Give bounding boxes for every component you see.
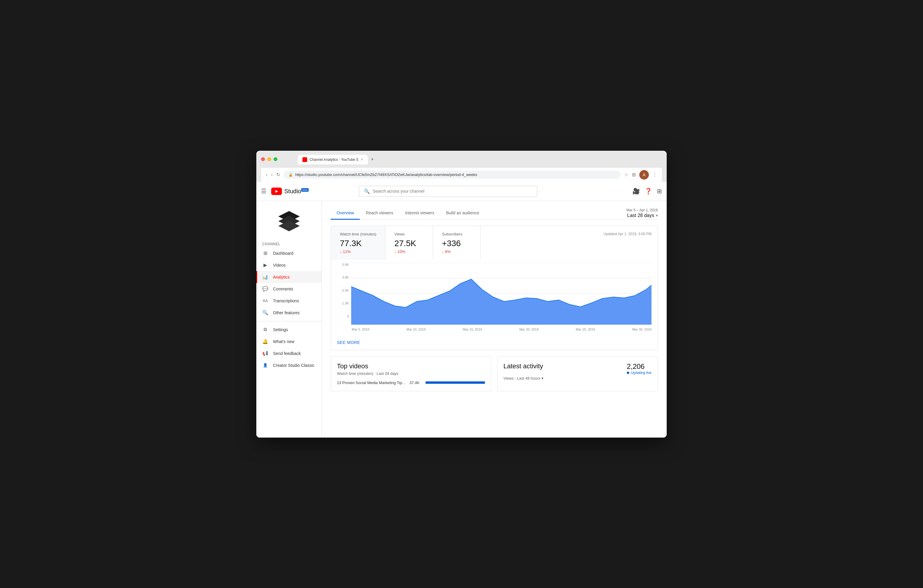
app-container: ☰ Studiobeta 🔍 🎥 ❓ ⊞ <box>256 182 667 438</box>
sidebar-item-other[interactable]: 🔍 Other features <box>256 307 322 319</box>
lock-icon: 🔒 <box>288 173 293 177</box>
tab-reach-viewers[interactable]: Reach viewers <box>360 207 399 220</box>
sidebar-item-creator-classic[interactable]: 👤 Creator Studio Classic <box>256 360 322 371</box>
stat-card-views[interactable]: Views 27.5K ↓ 10% <box>385 226 433 260</box>
y-label-2_5k: 2.5K <box>342 289 349 292</box>
browser-tab-active[interactable]: Channel Analytics - YouTube S ✕ <box>298 155 368 164</box>
see-more-row: SEE MORE <box>331 334 657 350</box>
top-videos-card: Top videos Watch time (minutes) · Last 2… <box>331 356 491 391</box>
tab-interest-viewers[interactable]: Interest viewers <box>399 207 440 220</box>
sidebar-label-creator-classic: Creator Studio Classic <box>273 363 314 368</box>
sidebar-item-comments[interactable]: 💬 Comments <box>256 283 322 295</box>
help-icon[interactable]: ❓ <box>645 187 652 195</box>
content-area: Overview Reach viewers Interest viewers … <box>322 201 667 438</box>
latest-activity-title: Latest activity <box>503 362 543 370</box>
chart-wrapper: 5.0K 3.8K 2.5K 1.3K 0 <box>331 260 657 334</box>
other-icon: 🔍 <box>262 310 268 316</box>
x-label-mar5: Mar 5, 2019 <box>352 328 370 331</box>
bookmark-icon[interactable]: ☆ <box>624 172 628 177</box>
tab-interest-label: Interest viewers <box>405 210 434 215</box>
sidebar-item-dashboard[interactable]: ⊞ Dashboard <box>256 247 322 259</box>
tab-title: Channel Analytics - YouTube S <box>310 158 358 162</box>
live-badge: Updating live <box>627 371 652 375</box>
sidebar-label-comments: Comments <box>273 287 293 291</box>
back-button[interactable]: ‹ <box>266 172 267 177</box>
studio-label: Studiobeta <box>284 188 309 195</box>
date-range-text: Mar 5 – Apr 1, 2019 <box>627 208 658 212</box>
stats-chart-container: Watch time (minutes) 77.3K ↓ 11% Views 2… <box>331 226 658 350</box>
views-period-text: Views · Last 48 hours <box>503 376 540 381</box>
x-label-mar15: Mar 15, 2019 <box>463 328 482 331</box>
transcriptions-icon: XA <box>262 298 268 304</box>
sidebar-label-settings: Settings <box>273 327 288 332</box>
browser-window: Channel Analytics - YouTube S ✕ + ‹ › ↻ … <box>256 151 667 438</box>
dashboard-icon: ⊞ <box>262 250 268 256</box>
channel-avatar <box>256 201 322 240</box>
sidebar-label-dashboard: Dashboard <box>273 251 294 256</box>
sidebar-item-videos[interactable]: ▶ Videos <box>256 259 322 271</box>
x-label-mar20: Mar 20, 2019 <box>519 328 539 331</box>
address-bar[interactable]: 🔒 https://studio.youtube.com/channel/UCf… <box>284 171 621 179</box>
browser-avatar[interactable]: A <box>639 170 649 179</box>
channel-section-label: Channel <box>256 240 322 247</box>
sidebar-item-transcriptions[interactable]: XA Transcriptions <box>256 295 322 307</box>
sidebar-item-analytics[interactable]: 📊 Analytics <box>256 271 322 283</box>
hamburger-menu-button[interactable]: ☰ <box>261 187 266 195</box>
layers-icon[interactable]: ⊞ <box>632 172 636 177</box>
sidebar-item-send-feedback[interactable]: 📢 Send feedback <box>256 348 322 360</box>
video-bar <box>425 381 485 384</box>
stat-card-subscribers[interactable]: Subscribers +336 ↓ 6% <box>433 226 481 260</box>
search-input[interactable] <box>373 189 532 194</box>
videos-icon: ▶ <box>262 262 268 268</box>
channel-logo <box>277 210 301 234</box>
layers-nav-icon[interactable]: ⊞ <box>657 187 662 195</box>
tab-overview-label: Overview <box>337 210 354 215</box>
create-video-icon[interactable]: 🎥 <box>632 187 640 195</box>
live-dot <box>627 371 629 374</box>
x-label-mar10: Mar 10, 2019 <box>406 328 426 331</box>
views-period[interactable]: Views · Last 48 hours ▾ <box>503 376 652 381</box>
sidebar-label-analytics: Analytics <box>273 275 290 279</box>
bottom-cards: Top videos Watch time (minutes) · Last 2… <box>331 356 658 391</box>
video-title: 13 Proven Social Media Marketing Tips f.… <box>337 381 406 385</box>
tab-overview[interactable]: Overview <box>331 207 360 220</box>
youtube-tab-icon <box>302 157 307 162</box>
sidebar-label-feedback: Send feedback <box>273 351 301 356</box>
y-label-5k: 5.0K <box>342 263 349 266</box>
watch-time-value: 77.3K <box>340 239 376 248</box>
x-axis: Mar 5, 2019 Mar 10, 2019 Mar 15, 2019 Ma… <box>337 328 652 331</box>
stats-row: Watch time (minutes) 77.3K ↓ 11% Views 2… <box>331 226 657 260</box>
forward-button[interactable]: › <box>271 172 273 177</box>
video-views: 37.4K <box>409 381 420 385</box>
sidebar-label-videos: Videos <box>273 263 286 268</box>
sidebar-item-settings[interactable]: ⚙ Settings <box>256 324 322 336</box>
subscribers-label: Subscribers <box>442 232 471 237</box>
y-label-0: 0 <box>347 315 349 318</box>
search-bar[interactable]: 🔍 <box>359 186 537 197</box>
refresh-button[interactable]: ↻ <box>276 172 280 177</box>
url-text: https://studio.youtube.com/channel/UCfe5… <box>295 172 477 177</box>
tab-audience-label: Build an audience <box>446 210 479 215</box>
tab-close-button[interactable]: ✕ <box>361 158 363 161</box>
sidebar-label-transcriptions: Transcriptions <box>273 299 299 303</box>
date-selector[interactable]: Mar 5 – Apr 1, 2019 Last 28 days ▾ <box>627 208 658 218</box>
top-videos-subtitle: Watch time (minutes) · Last 28 days <box>337 371 485 376</box>
browser-titlebar: Channel Analytics - YouTube S ✕ + ‹ › ↻ … <box>256 151 667 182</box>
comments-icon: 💬 <box>262 286 268 292</box>
maximize-window-button[interactable] <box>274 157 278 161</box>
youtube-logo-icon <box>271 187 282 195</box>
minimize-window-button[interactable] <box>267 157 271 161</box>
watch-time-label: Watch time (minutes) <box>340 232 376 237</box>
latest-header: Latest activity 2,206 Updating live <box>503 362 652 375</box>
stat-card-watch-time[interactable]: Watch time (minutes) 77.3K ↓ 11% <box>331 226 385 260</box>
menu-icon[interactable]: ⋮ <box>652 172 657 177</box>
see-more-link[interactable]: SEE MORE <box>337 340 360 345</box>
tab-build-audience[interactable]: Build an audience <box>440 207 485 220</box>
latest-count: 2,206 Updating live <box>627 362 652 375</box>
chart-with-y-axis: 5.0K 3.8K 2.5K 1.3K 0 <box>337 263 652 325</box>
browser-addressbar: ‹ › ↻ 🔒 https://studio.youtube.com/chann… <box>261 168 662 182</box>
new-tab-button[interactable]: + <box>368 154 376 164</box>
sidebar-item-whats-new[interactable]: 🔔 What's new <box>256 336 322 348</box>
close-window-button[interactable] <box>261 157 265 161</box>
latest-activity-card: Latest activity 2,206 Updating live View… <box>497 356 658 391</box>
